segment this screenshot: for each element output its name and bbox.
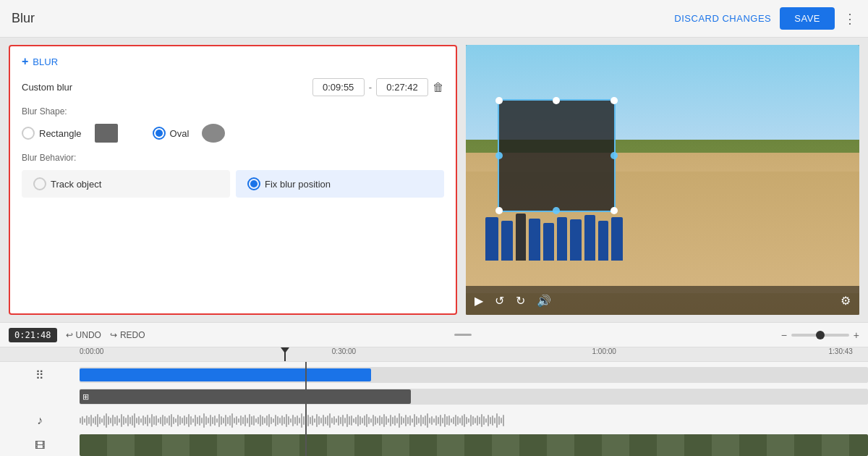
blur-settings-panel: + BLUR Custom blur - 🗑 Blur Shape: Recta… <box>9 45 457 315</box>
delete-blur-icon[interactable]: 🗑 <box>433 81 444 94</box>
time-separator: - <box>369 82 372 93</box>
undo-label: UNDO <box>76 330 101 340</box>
music-note-icon: ♪ <box>37 414 43 427</box>
playhead-indicator <box>284 347 286 361</box>
volume-button[interactable]: 🔊 <box>537 294 551 308</box>
handle-tm[interactable] <box>553 97 560 104</box>
oval-label: Oval <box>170 128 190 139</box>
handle-bl[interactable] <box>495 207 503 214</box>
rectangle-radio[interactable] <box>22 127 35 140</box>
video-container: ▶ ↺ ↻ 🔊 ⚙ <box>466 45 859 315</box>
settings-button[interactable]: ⚙ <box>841 294 851 308</box>
effect-track-row: ⊞ <box>0 387 868 407</box>
handle-tl[interactable] <box>495 97 503 104</box>
timeline-toolbar: 0:21:48 ↩ UNDO ↪ REDO − + <box>0 323 868 347</box>
rectangle-preview <box>95 124 118 143</box>
page-title: Blur <box>12 11 35 26</box>
blur-shape-section: Blur Shape: Rectangle Oval <box>22 106 444 143</box>
custom-blur-label: Custom blur <box>22 82 72 93</box>
effect-track-bar[interactable]: ⊞ <box>80 389 411 404</box>
discard-changes-button[interactable]: DISCARD CHANGES <box>674 13 771 24</box>
ruler-mark-30: 0:30:00 <box>332 347 356 355</box>
blur-behavior-section: Blur Behavior: Track object Fix blur pos… <box>22 153 444 198</box>
blur-region[interactable] <box>498 99 616 213</box>
fix-label: Fix blur position <box>265 179 331 190</box>
audio-track-row: ♪ // Generate waveform bars inline const… <box>0 408 868 433</box>
shape-options: Rectangle Oval <box>22 124 444 143</box>
shape-rectangle-option[interactable]: Rectangle <box>22 127 89 140</box>
timecode-display: 0:21:48 <box>9 328 57 342</box>
ruler-mark-0: 0:00:00 <box>80 347 103 355</box>
main-content: + BLUR Custom blur - 🗑 Blur Shape: Recta… <box>0 38 868 322</box>
film-track-icon-col: 🎞 <box>0 439 80 451</box>
fix-blur-option[interactable]: Fix blur position <box>236 170 444 198</box>
audio-track-icon-col: ♪ <box>0 414 80 427</box>
separator-bar <box>454 334 472 336</box>
effect-track-icon: ⊞ <box>82 392 89 402</box>
blur-end-time[interactable] <box>376 78 428 96</box>
zoom-slider[interactable] <box>791 334 849 337</box>
blur-track-row: ⠿ <box>0 365 868 385</box>
rectangle-label: Rectangle <box>39 128 82 139</box>
undo-icon: ↩ <box>66 330 73 340</box>
play-button[interactable]: ▶ <box>475 294 483 308</box>
more-options-icon[interactable]: ⋮ <box>843 11 856 27</box>
track-label: Track object <box>51 179 101 190</box>
redo-icon: ↪ <box>110 330 117 340</box>
audio-track-content: // Generate waveform bars inline const w… <box>80 408 868 433</box>
handle-tr[interactable] <box>610 97 618 104</box>
audio-waveform: // Generate waveform bars inline const w… <box>80 408 868 433</box>
blur-behavior-label: Blur Behavior: <box>22 153 444 163</box>
zoom-in-icon[interactable]: + <box>854 329 859 341</box>
shape-oval-option[interactable]: Oval <box>153 127 197 140</box>
handle-ml[interactable] <box>495 152 503 159</box>
ruler-mark-90: 1:30:43 <box>829 347 853 355</box>
blur-time-section: - 🗑 <box>312 78 444 96</box>
redo-button[interactable]: ↪ REDO <box>110 330 145 340</box>
zoom-section: − + <box>781 329 859 341</box>
oval-preview <box>202 124 225 143</box>
track-radio[interactable] <box>33 177 46 190</box>
film-track-row: 🎞 <box>0 434 868 456</box>
video-panel: ▶ ↺ ↻ 🔊 ⚙ <box>466 45 859 315</box>
undo-button[interactable]: ↩ UNDO <box>66 330 101 340</box>
film-icon: 🎞 <box>35 439 45 451</box>
video-scene <box>466 45 859 315</box>
playhead-arrow <box>281 347 289 353</box>
effect-track-content: ⊞ <box>80 387 868 407</box>
top-bar: Blur DISCARD CHANGES SAVE ⋮ <box>0 0 868 38</box>
toolbar-separator <box>154 334 773 336</box>
timeline-tracks: ⠿ ⊞ ♪ <box>0 362 868 456</box>
handle-mr[interactable] <box>610 152 618 159</box>
custom-blur-row: Custom blur - 🗑 <box>22 78 444 96</box>
blur-track-content <box>80 365 868 385</box>
zoom-thumb <box>816 331 825 339</box>
rewind-button[interactable]: ↺ <box>495 294 504 308</box>
blur-track-bar[interactable] <box>80 368 371 381</box>
dots-grid-icon: ⠿ <box>35 368 44 382</box>
ruler-area: 0:00:00 0:30:00 1:00:00 1:30:43 <box>80 347 868 361</box>
blur-start-time[interactable] <box>312 78 365 96</box>
plus-icon: + <box>22 55 28 68</box>
handle-br[interactable] <box>610 207 618 214</box>
film-strip <box>80 434 868 456</box>
forward-button[interactable]: ↻ <box>516 294 525 308</box>
timeline-ruler: 0:00:00 0:30:00 1:00:00 1:30:43 <box>0 347 868 362</box>
blur-track-icon-col: ⠿ <box>0 368 80 382</box>
zoom-out-icon[interactable]: − <box>781 329 787 341</box>
oval-radio[interactable] <box>153 127 166 140</box>
redo-label: REDO <box>120 330 145 340</box>
add-blur-label: BLUR <box>33 56 58 67</box>
behavior-options: Track object Fix blur position <box>22 170 444 198</box>
video-controls: ▶ ↺ ↻ 🔊 ⚙ <box>466 286 859 315</box>
top-bar-actions: DISCARD CHANGES SAVE ⋮ <box>674 7 856 30</box>
blur-shape-label: Blur Shape: <box>22 106 444 117</box>
track-object-option[interactable]: Track object <box>22 170 230 198</box>
timeline: 0:21:48 ↩ UNDO ↪ REDO − + 0:00:00 0:30:0… <box>0 322 868 456</box>
add-blur-button[interactable]: + BLUR <box>22 55 58 68</box>
save-button[interactable]: SAVE <box>780 7 835 30</box>
ruler-mark-60: 1:00:00 <box>592 347 616 355</box>
fix-radio[interactable] <box>247 177 260 190</box>
film-track-content <box>80 434 868 456</box>
